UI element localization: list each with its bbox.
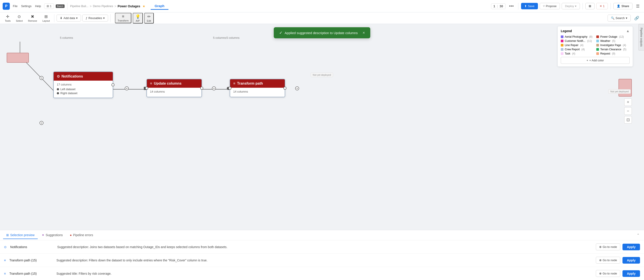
breadcrumb-app[interactable]: Pipeline Buil... [70,4,88,8]
layout-button[interactable]: ⊞ Layout [40,13,52,23]
connector-plus-end[interactable]: + [295,86,299,90]
tab-pipeline-errors[interactable]: ● Pipeline errors [67,232,96,239]
connector-plus-mid1[interactable]: + [125,86,129,90]
suggestion-row-1: ⊙ Notifications Suggested description: J… [0,240,644,254]
customer-color [561,40,564,42]
legend-item-customer: Customer Notifi... (11) [561,39,594,42]
file-menu-file[interactable]: File [12,4,19,8]
customer-label: Customer Notifi... [565,39,586,42]
breadcrumb-sep1: > [90,4,92,8]
reusables-label: Reusables [88,16,102,20]
update-columns-icon: ≡ [150,82,152,86]
partial-node-right [618,79,632,97]
node-notifications-header[interactable]: ⊙ Notifications [54,72,113,81]
customer-count: (11) [587,39,592,42]
notifications-right-dataset: Right dataset [57,92,110,95]
link-icon-button[interactable]: 🔗 [632,14,641,22]
legend-item-terrain: Terrain Clearance (5) [596,48,630,51]
legend-collapse-icon[interactable]: ▲ [626,29,630,33]
tab-graph[interactable]: Graph [151,3,168,10]
remove-icon: ✖ [31,14,34,19]
suggestions-label: Suggestions [46,233,63,237]
errors-button[interactable]: ✕ 1 [596,3,608,9]
deploy-button[interactable]: Deploy ▾ [562,3,580,9]
file-menu-settings[interactable]: Settings [20,4,33,8]
edit-icon: ✏ [147,14,151,19]
s1-apply-button[interactable]: Apply [622,244,640,250]
toast-close-button[interactable]: × [362,30,365,35]
zoom-out-button[interactable]: − [624,107,632,115]
breadcrumb: Pipeline Buil... > Demo Pipelines > Powe… [70,4,145,8]
tools-button[interactable]: ✛ Tools [3,13,13,23]
breadcrumb-star[interactable]: ★ [142,4,145,8]
update-columns-header[interactable]: ≡ Update columns [147,79,202,88]
view-count[interactable]: ⊞ 1 [44,3,54,9]
aerial-color [561,35,564,38]
legend-item-crew: Crew Report (4) [561,48,594,51]
add-color-button[interactable]: + + Add color [561,57,630,64]
update-columns-out-connector[interactable] [200,87,203,90]
remove-button[interactable]: ✖ Remove [26,13,39,23]
top-cols-1: 5 columns [60,36,73,39]
crew-count: (4) [582,48,585,51]
transform-button[interactable]: ≡ Transform [115,13,131,23]
transform-path-cols: 14 columns [233,90,282,93]
top-cols-2: 5 columns [213,36,226,39]
pipeline-outputs-tab[interactable]: Pipeline outputs [638,24,644,50]
num-value2: 30 [500,4,503,8]
transform-path-header[interactable]: ≡ Transform path [230,79,285,88]
zoom-in-button[interactable]: + [624,98,632,106]
propose-button[interactable]: ⑂ Propose [540,3,560,9]
connector-plus-mid2[interactable]: + [212,86,216,90]
pipeline-outputs-label: Pipeline outputs [640,28,643,46]
bottom-panel-collapse[interactable]: ⌃ [635,233,641,237]
s3-apply-button[interactable]: Apply [622,270,640,277]
add-data-button[interactable]: ⬇ Add data ▾ [56,15,81,21]
selection-preview-label: Selection preview [10,233,34,237]
notifications-out-connector[interactable] [112,83,114,86]
divider-1 [67,3,68,9]
more-button[interactable]: ••• [507,3,516,9]
tab-suggestions[interactable]: ✦ Suggestions [38,232,66,239]
save-label: Save [528,4,534,8]
pipeline-errors-label: Pipeline errors [73,233,93,237]
tab-selection-preview[interactable]: ⊞ Selection preview [3,232,38,239]
update-columns-in-connector[interactable] [145,87,148,90]
line-label: Line Repair [565,44,578,47]
deploy-badge-1: Not yet deployed [608,89,631,94]
edit-button[interactable]: ✏ Edit [144,13,154,23]
update-columns-body: 14 columns [147,88,202,97]
connector-plus-2[interactable]: + [40,121,44,125]
hamburger-menu[interactable]: ☰ [634,3,641,9]
transform-path-out-connector[interactable] [284,87,286,90]
transform-path-in-connector[interactable] [228,87,232,90]
connector-plus-1[interactable]: + [40,76,44,80]
s2-go-to-node[interactable]: ⊕ Go to node [596,257,620,264]
bottom-panel: ⊞ Selection preview ✦ Suggestions ● Pipe… [0,230,644,280]
s2-apply-button[interactable]: Apply [622,257,640,264]
select-button[interactable]: ⊙ Select [14,13,25,23]
tools-label: Tools [5,19,11,22]
top-cols-3: 5 columns [226,36,240,39]
search-chevron: ▾ [626,16,627,20]
pipeline-errors-icon: ● [70,233,72,237]
suggestion-row-3: ≡ Transform path (15) Suggested title: F… [0,267,644,280]
save-button[interactable]: ⬆ Save [521,3,538,9]
share-button[interactable]: 👤 Share [614,3,632,9]
s3-go-to-node[interactable]: ⊕ Go to node [596,270,620,277]
column-selector-button[interactable]: ⊞ [586,3,594,9]
tools-icon: ✛ [6,14,9,19]
partial-node-top [7,53,29,63]
zoom-fit-button[interactable]: ⊡ [624,116,632,124]
search-button[interactable]: 🔍 Search ▾ [608,15,631,21]
reusables-chevron: ▾ [103,16,105,20]
legend-item-weather: Weather (5) [596,39,630,42]
breadcrumb-folder[interactable]: Demo Pipelines [93,4,113,8]
s1-text: Suggested description: Joins two dataset… [57,245,593,249]
suggestions-icon: ✦ [42,233,44,237]
s1-go-to-node[interactable]: ⊕ Go to node [596,244,620,250]
num-display[interactable]: 1 | 30 [491,3,506,9]
reusables-button[interactable]: ƒ Reusables ▾ [82,15,108,21]
aip-button[interactable]: 💡 AIP [133,13,143,23]
file-menu-help[interactable]: Help [34,4,42,8]
